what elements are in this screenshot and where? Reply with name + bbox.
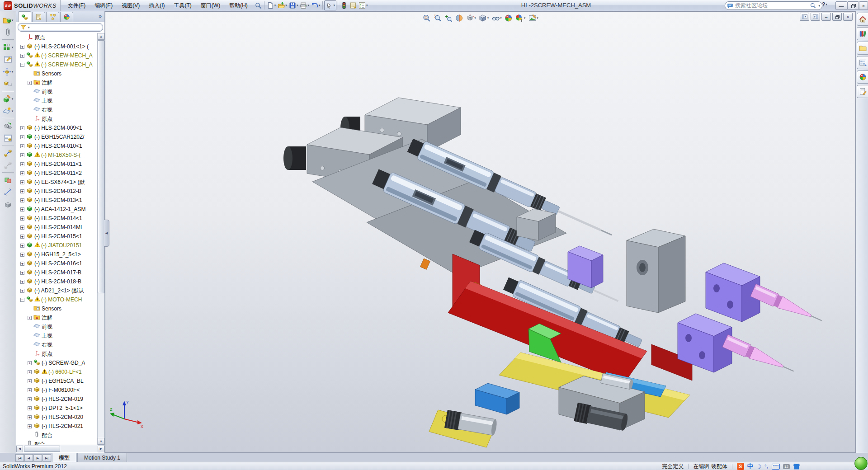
tree-item[interactable]: +(-) JIATOU20151 <box>17 241 97 250</box>
exploded-view-button[interactable] <box>1 147 15 159</box>
scroll-thumb[interactable] <box>98 40 104 293</box>
assembly-features-button[interactable]: ▾ <box>1 93 15 104</box>
tab-appearances-scenes[interactable] <box>857 70 868 84</box>
save-button[interactable]: ▾ <box>288 1 299 10</box>
ime-chinese-icon[interactable]: 中 <box>747 463 753 470</box>
tab-model[interactable]: 模型 <box>52 453 76 463</box>
scroll-up-button[interactable]: ▲ <box>98 33 104 40</box>
ime-sogou-icon[interactable]: S <box>737 463 744 470</box>
scroll-thumb-h[interactable] <box>24 446 60 452</box>
expand-icon[interactable]: + <box>28 361 32 365</box>
tree-item[interactable]: Sensors <box>17 304 97 313</box>
expand-icon[interactable]: + <box>20 216 24 221</box>
scroll-down-button[interactable]: ▼ <box>98 438 104 445</box>
collapse-icon[interactable]: − <box>20 298 24 302</box>
menu-item-2[interactable]: 视图(V) <box>117 0 144 11</box>
apply-scene-button-dropdown-icon[interactable]: ▾ <box>524 16 526 20</box>
menu-item-1[interactable]: 编辑(E) <box>90 0 117 11</box>
community-search-box[interactable]: 搜索社区论坛 ▾ <box>725 1 822 10</box>
tab-displaymanager[interactable] <box>60 12 73 22</box>
tree-item[interactable]: Sensors <box>17 69 97 78</box>
search-menu-icon[interactable] <box>254 1 263 10</box>
expand-icon[interactable]: + <box>20 153 24 157</box>
tree-item[interactable]: −(-) MOTO-MECH <box>17 295 97 304</box>
hide-show-items-button[interactable]: ▾ <box>491 13 503 23</box>
close-button[interactable]: × <box>859 1 868 10</box>
expand-icon[interactable]: + <box>28 406 32 410</box>
tree-item[interactable]: +(-) SCREW-MECH_A <box>17 51 97 60</box>
menu-item-6[interactable]: 帮助(H) <box>225 0 252 11</box>
tree-item[interactable]: +(-) HLS-2CM-001<1> ( <box>17 42 97 51</box>
search-input[interactable]: 搜索社区论坛 <box>735 2 808 9</box>
expand-icon[interactable]: + <box>20 135 24 139</box>
pane-right-button[interactable] <box>811 13 820 21</box>
tab-file-explorer[interactable] <box>857 42 868 55</box>
options-button[interactable]: ▾ <box>358 1 369 10</box>
expand-icon[interactable]: + <box>20 271 24 275</box>
expand-icon[interactable]: + <box>28 370 32 374</box>
menu-item-3[interactable]: 插入(I) <box>144 0 169 11</box>
tree-item[interactable]: 右视 <box>17 340 97 349</box>
tab-nav-3[interactable]: ▶| <box>42 454 51 462</box>
expand-icon[interactable]: + <box>28 415 32 419</box>
restore-button[interactable] <box>847 1 859 10</box>
section-view-button[interactable] <box>454 13 464 23</box>
new-document-button-dropdown-icon[interactable]: ▾ <box>274 4 276 7</box>
previous-view-button[interactable] <box>443 13 453 23</box>
tab-configurationmanager[interactable] <box>46 12 59 22</box>
rebuild-button[interactable] <box>340 1 349 10</box>
search-dropdown-icon[interactable]: ▾ <box>818 4 820 8</box>
tree-item[interactable]: +(-) AD21_2<1> (默认 <box>17 286 97 295</box>
tree-item[interactable]: +注解 <box>17 78 97 87</box>
linear-component-pattern-button-dropdown-icon[interactable]: ▾ <box>12 46 14 49</box>
expand-icon[interactable]: + <box>28 81 32 85</box>
reference-geometry-button[interactable]: ▾ <box>1 105 15 117</box>
select-button[interactable]: ▾ <box>324 0 336 10</box>
open-button-dropdown-icon[interactable]: ▾ <box>285 4 287 7</box>
expand-icon[interactable]: + <box>28 397 32 401</box>
ime-punct-icon[interactable]: °, <box>764 463 769 470</box>
tree-item[interactable]: +(-) MI-16X50-S-( <box>17 150 97 160</box>
tree-item[interactable]: 配合 <box>17 440 97 445</box>
tree-item[interactable]: +(-) EE-SX674<1> (默 <box>17 178 97 187</box>
help-button[interactable]: ?▾ <box>822 1 827 8</box>
show-hidden-components-button[interactable] <box>1 78 15 89</box>
minimize-button[interactable]: — <box>835 1 847 10</box>
doc-minimize-button[interactable]: – <box>821 13 831 21</box>
tree-item[interactable]: +注解 <box>17 313 97 322</box>
tab-nav-0[interactable]: |◀ <box>15 454 24 462</box>
tab-featuremanager[interactable] <box>18 11 31 22</box>
tab-solidworks-resources[interactable] <box>857 13 868 26</box>
expand-icon[interactable]: + <box>20 180 24 184</box>
expand-icon[interactable]: + <box>20 54 24 58</box>
tree-item[interactable]: −(-) SCREW-MECH_A <box>17 60 97 69</box>
move-component-button[interactable]: ▾ <box>1 66 15 77</box>
search-go-icon[interactable] <box>810 3 816 9</box>
expand-icon[interactable]: + <box>20 262 24 266</box>
tab-propertymanager[interactable] <box>32 12 45 22</box>
expand-icon[interactable]: + <box>20 253 24 257</box>
tree-item[interactable]: +(-) SCREW-GD_A <box>17 358 97 367</box>
tree-item[interactable]: +(-) HLS-2CM-018-B <box>17 277 97 286</box>
tree-item[interactable]: 原点 <box>17 114 97 123</box>
apply-scene-button[interactable]: ▾ <box>514 13 527 23</box>
expand-icon[interactable]: + <box>28 379 32 383</box>
tree-item[interactable]: +(-) HLS-2CM-009<1 <box>17 123 97 132</box>
tree-item[interactable]: +(-) HLS-2CM-014<1 <box>17 214 97 223</box>
expand-icon[interactable]: + <box>20 207 24 212</box>
bill-of-materials-button[interactable] <box>1 132 15 144</box>
open-button[interactable]: ▾ <box>277 1 288 10</box>
tree-item[interactable]: 配合 <box>17 431 97 440</box>
edit-appearance-button[interactable] <box>504 13 514 23</box>
filter-dropdown-icon[interactable]: ▾ <box>28 26 30 29</box>
print-button[interactable]: ▾ <box>299 1 310 10</box>
tree-item[interactable]: +(-) HLS-2CM-010<1 <box>17 141 97 150</box>
tree-item[interactable]: +(-) HGH15_2_5<1> <box>17 250 97 259</box>
tree-item[interactable]: +(-) HLS-2CM-021 <box>17 422 97 431</box>
tree-item[interactable]: +(-) 6600-LF<1 <box>17 367 97 376</box>
view-orientation-button-dropdown-icon[interactable]: ▾ <box>474 16 476 20</box>
view-orientation-button[interactable]: ▾ <box>465 13 477 23</box>
undo-button[interactable]: ▾ <box>310 1 321 10</box>
reference-geometry-button-dropdown-icon[interactable]: ▾ <box>12 109 14 113</box>
expand-icon[interactable]: + <box>28 316 32 320</box>
